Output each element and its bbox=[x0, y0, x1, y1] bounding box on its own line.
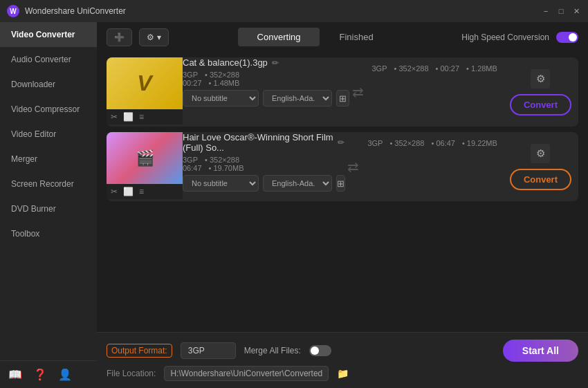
output-settings-button[interactable]: ⚙ bbox=[531, 144, 550, 163]
title-bar: W Wondershare UniConverter − □ ✕ bbox=[0, 0, 588, 22]
add-file-button[interactable]: ➕ bbox=[107, 28, 132, 46]
cut-icon[interactable]: ✂ bbox=[111, 187, 118, 196]
subtitle-row: No subtitle English-Ada... ⊞ bbox=[183, 175, 344, 192]
tabs-container: Converting Finished bbox=[176, 28, 454, 46]
svg-text:W: W bbox=[10, 8, 17, 15]
output-format-label[interactable]: Output Format: bbox=[107, 344, 172, 358]
high-speed-label: High Speed Conversion bbox=[461, 33, 549, 42]
convert-button[interactable]: Convert bbox=[510, 169, 571, 190]
thumbnail-controls: ✂ ⬜ ≡ bbox=[107, 109, 183, 124]
settings-button[interactable]: ⚙ ▾ bbox=[139, 28, 169, 46]
merge-label: Merge All Files: bbox=[244, 346, 301, 355]
list-icon[interactable]: ≡ bbox=[139, 112, 144, 122]
edit-icon[interactable]: ✏ bbox=[338, 138, 344, 147]
merge-toggle[interactable] bbox=[309, 345, 331, 356]
subtitle-add-button[interactable]: ⊞ bbox=[336, 175, 345, 192]
sidebar-item-merger[interactable]: Merger bbox=[0, 147, 97, 172]
file-location-label: File Location: bbox=[107, 369, 156, 378]
close-button[interactable]: ✕ bbox=[571, 6, 581, 16]
output-section: 3GP 352×288 06:47 19.22MB bbox=[362, 132, 502, 201]
file-meta-2: 00:27 1.48MB bbox=[183, 79, 349, 87]
tab-finished[interactable]: Finished bbox=[320, 28, 392, 46]
file-card: V ✂ ⬜ ≡ Cat & balance(1).3gp ✏ 3GP bbox=[107, 57, 578, 127]
high-speed-toggle[interactable] bbox=[556, 32, 578, 43]
file-meta-2: 06:47 19.70MB bbox=[183, 164, 344, 172]
output-settings-button[interactable]: ⚙ bbox=[531, 69, 550, 89]
sidebar-item-screen-recorder[interactable]: Screen Recorder bbox=[0, 172, 97, 196]
input-section: Cat & balance(1).3gp ✏ 3GP 352×288 00:27… bbox=[183, 57, 349, 127]
list-icon[interactable]: ≡ bbox=[139, 187, 144, 196]
file-name: Hair Love Oscar®-Winning Short Film (Ful… bbox=[183, 132, 344, 153]
sidebar-bottom: 📖 ❓ 👤 bbox=[0, 360, 97, 388]
sidebar: Video Converter Audio Converter Download… bbox=[0, 22, 97, 388]
sidebar-item-video-editor[interactable]: Video Editor bbox=[0, 122, 97, 147]
cut-icon[interactable]: ✂ bbox=[111, 112, 118, 122]
sidebar-item-video-compressor[interactable]: Video Compressor bbox=[0, 97, 97, 122]
browse-folder-button[interactable]: 📁 bbox=[337, 368, 349, 379]
edit-icon[interactable]: ✏ bbox=[272, 58, 279, 68]
file-thumbnail-wrapper: V ✂ ⬜ ≡ bbox=[107, 57, 183, 127]
user-icon[interactable]: 👤 bbox=[58, 368, 72, 381]
output-meta: 3GP 352×288 06:47 19.22MB bbox=[367, 139, 497, 147]
crop-icon[interactable]: ⬜ bbox=[123, 112, 134, 122]
crop-icon[interactable]: ⬜ bbox=[123, 187, 134, 196]
language-select[interactable]: English-Ada... bbox=[263, 175, 332, 192]
file-location-value[interactable]: H:\Wondershare\UniConverter\Converted bbox=[164, 366, 329, 381]
add-icon: ➕ bbox=[114, 33, 125, 42]
file-thumbnail-wrapper: 🎬 ✂ ⬜ ≡ bbox=[107, 132, 183, 201]
sidebar-item-toolbox[interactable]: Toolbox bbox=[0, 221, 97, 246]
thumbnail-image: V bbox=[107, 57, 183, 109]
window-controls: − □ ✕ bbox=[541, 6, 581, 16]
bottom-row-1: Output Format: 3GP Merge All Files: Star… bbox=[107, 340, 578, 362]
subtitle-add-button[interactable]: ⊞ bbox=[336, 90, 349, 107]
app-logo: W bbox=[7, 5, 19, 17]
format-select[interactable]: 3GP bbox=[181, 342, 236, 359]
content-area: ➕ ⚙ ▾ Converting Finished High Speed Con… bbox=[97, 22, 588, 388]
book-icon[interactable]: 📖 bbox=[8, 368, 22, 381]
thumbnail-image: 🎬 bbox=[107, 132, 183, 184]
start-all-button[interactable]: Start All bbox=[503, 340, 578, 362]
sidebar-item-downloader[interactable]: Downloader bbox=[0, 72, 97, 97]
file-meta: 3GP 352×288 bbox=[183, 156, 344, 164]
chevron-down-icon: ▾ bbox=[157, 33, 161, 42]
thumbnail-controls: ✂ ⬜ ≡ bbox=[107, 184, 183, 199]
file-card: 🎬 ✂ ⬜ ≡ Hair Love Oscar®-Winning Short F… bbox=[107, 132, 578, 201]
sidebar-item-video-converter[interactable]: Video Converter bbox=[0, 22, 97, 47]
sidebar-item-audio-converter[interactable]: Audio Converter bbox=[0, 47, 97, 72]
file-name: Cat & balance(1).3gp ✏ bbox=[183, 57, 349, 68]
subtitle-select[interactable]: No subtitle bbox=[183, 175, 259, 192]
convert-button[interactable]: Convert bbox=[510, 94, 571, 116]
maximize-button[interactable]: □ bbox=[556, 6, 566, 16]
sidebar-item-dvd-burner[interactable]: DVD Burner bbox=[0, 196, 97, 221]
output-meta: 3GP 352×288 00:27 1.28MB bbox=[372, 64, 497, 73]
files-area: V ✂ ⬜ ≡ Cat & balance(1).3gp ✏ 3GP bbox=[97, 52, 588, 332]
language-select[interactable]: English-Ada... bbox=[263, 90, 332, 107]
toolbar: ➕ ⚙ ▾ Converting Finished High Speed Con… bbox=[97, 22, 588, 52]
file-meta: 3GP 352×288 bbox=[183, 71, 349, 79]
arrow-icon: ⇄ bbox=[349, 57, 367, 127]
output-section: 3GP 352×288 00:27 1.28MB bbox=[367, 57, 503, 127]
gear-icon: ⚙ bbox=[147, 33, 154, 42]
tab-converting[interactable]: Converting bbox=[238, 28, 320, 46]
help-icon[interactable]: ❓ bbox=[33, 368, 47, 381]
arrow-icon: ⇄ bbox=[344, 132, 362, 201]
main-layout: Video Converter Audio Converter Download… bbox=[0, 22, 588, 388]
minimize-button[interactable]: − bbox=[541, 6, 551, 16]
app-title: Wondershare UniConverter bbox=[25, 6, 541, 16]
bottom-bar: Output Format: 3GP Merge All Files: Star… bbox=[97, 332, 588, 388]
right-actions: ⚙ Convert bbox=[503, 132, 578, 201]
subtitle-row: No subtitle English-Ada... ⊞ bbox=[183, 90, 349, 107]
right-actions: ⚙ Convert bbox=[503, 57, 578, 127]
subtitle-select[interactable]: No subtitle bbox=[183, 90, 259, 107]
bottom-row-2: File Location: H:\Wondershare\UniConvert… bbox=[107, 366, 578, 381]
input-section: Hair Love Oscar®-Winning Short Film (Ful… bbox=[183, 132, 344, 201]
